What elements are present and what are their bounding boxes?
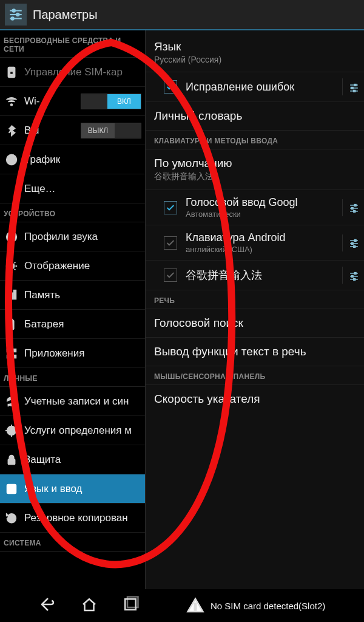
svg-point-11 (8, 263, 14, 268)
default-keyboard-title: По умолчанию (154, 157, 356, 170)
sidebar-item[interactable]: Память (0, 281, 145, 310)
tts-label: Вывод функции текст в речь (154, 345, 356, 358)
wifi-icon (4, 94, 19, 109)
display-icon (4, 258, 19, 274)
settings-content: Язык Русский (Россия) Исправление ошибок (146, 30, 364, 589)
row-default-keyboard[interactable]: По умолчанию 谷歌拼音输入法 (146, 149, 364, 190)
keyboard-row[interactable]: Голосовой ввод GooglАвтоматически (146, 190, 364, 225)
svg-rect-41 (351, 243, 353, 245)
sidebar-item[interactable]: Батарея (0, 310, 145, 339)
svg-point-1 (13, 9, 15, 12)
sidebar-item-label: Услуги определения м (24, 425, 141, 437)
header-speech: РЕЧЬ (146, 290, 364, 309)
sidebar-item-label: Язык и ввод (24, 483, 141, 495)
toggle-switch[interactable]: ВЫКЛ (81, 123, 141, 138)
svg-rect-7 (10, 71, 13, 75)
sidebar-item[interactable]: Учетные записи и син (0, 387, 145, 416)
svg-rect-33 (354, 205, 356, 207)
sidebar-item[interactable]: Профили звука (0, 222, 145, 251)
status-text: No SIM card detected(Slot2) (211, 601, 325, 611)
page-title: Параметры (33, 8, 98, 22)
sidebar-item[interactable]: Резервное копирован (0, 504, 145, 533)
sidebar-item[interactable]: Услуги определения м (0, 416, 145, 445)
sidebar-item[interactable]: BluВЫКЛ (0, 116, 145, 145)
sidebar-item[interactable]: Wi-ВКЛ (0, 87, 145, 116)
sidebar-item-label: Трафик (24, 154, 141, 166)
sidebar-item[interactable]: Трафик (0, 145, 145, 174)
back-button[interactable] (39, 595, 57, 616)
svg-rect-15 (9, 320, 13, 329)
svg-rect-35 (351, 208, 353, 210)
toggle-switch[interactable]: ВКЛ (81, 94, 141, 109)
keyboard-row[interactable]: 谷歌拼音输入法 (146, 261, 364, 290)
svg-rect-23 (8, 459, 15, 464)
svg-point-3 (16, 13, 19, 16)
sidebar-item-label: Батарея (24, 318, 141, 330)
keyboard-row[interactable]: Клавиатура Androidанглийский (США) (146, 225, 364, 261)
header-mouse: МЫШЬ/СЕНСОРНАЯ ПАНЕЛЬ (146, 366, 364, 385)
row-personal-dictionary[interactable]: Личный словарь (146, 102, 364, 131)
keyboard-checkbox (164, 268, 177, 282)
sidebar-item-label: Еще… (24, 183, 141, 195)
row-voice-search[interactable]: Голосовой поиск (146, 309, 364, 338)
keyboard-settings-icon[interactable] (342, 234, 359, 251)
sidebar-section-header: УСТРОЙСТВО (0, 203, 145, 222)
lock-icon (4, 452, 19, 468)
sound-icon (4, 229, 19, 245)
spellcheck-checkbox[interactable] (164, 80, 177, 94)
svg-point-5 (11, 17, 13, 19)
row-pointer-speed[interactable]: Скорость указателя (146, 385, 364, 413)
warning-icon (186, 596, 204, 615)
battery-icon (4, 316, 19, 332)
keyboard-label: Голосовой ввод Googl (186, 196, 337, 209)
titlebar: Параметры (0, 0, 364, 30)
sidebar-section-header: СИСТЕМА (0, 533, 145, 552)
svg-rect-29 (351, 87, 353, 89)
sidebar-item[interactable]: Защита (0, 445, 145, 474)
sidebar-item[interactable]: Управление SIM-кар (0, 58, 145, 87)
sidebar-item-label: Blu (24, 125, 81, 137)
keyboard-settings-icon[interactable] (342, 199, 359, 216)
keyboard-sublabel: Автоматически (186, 210, 337, 219)
svg-text:A: A (9, 485, 15, 493)
sidebar-item-label: Защита (24, 454, 141, 466)
sidebar-item[interactable]: Отображение (0, 251, 145, 281)
svg-rect-53 (195, 609, 197, 610)
keyboard-settings-icon[interactable] (342, 267, 359, 284)
settings-sidebar: БЕСПРОВОДНЫЕ СРЕДСТВА И СЕТИУправление S… (0, 30, 146, 589)
recent-apps-button[interactable] (121, 595, 140, 616)
apps-icon (4, 346, 19, 361)
svg-rect-12 (7, 291, 10, 299)
location-icon (4, 423, 19, 439)
sidebar-item-label: Профили звука (24, 231, 141, 243)
row-tts[interactable]: Вывод функции текст в речь (146, 338, 364, 366)
spellcheck-label: Исправление ошибок (186, 81, 337, 94)
sidebar-item-label: Память (24, 289, 141, 301)
sidebar-item-label: Приложения (24, 347, 141, 360)
sidebar-item-label: Резервное копирован (24, 512, 141, 524)
sim-icon (4, 64, 19, 80)
row-language[interactable]: Язык Русский (Россия) (146, 33, 364, 72)
keyboard-label: 谷歌拼音输入法 (186, 268, 337, 282)
svg-rect-19 (7, 355, 10, 358)
language-title: Язык (154, 40, 356, 53)
svg-rect-27 (354, 84, 356, 86)
lang-icon: A (4, 481, 19, 497)
spellcheck-settings-icon[interactable] (342, 78, 359, 95)
header-keyboards: КЛАВИАТУРА И МЕТОДЫ ВВОДА (146, 131, 364, 149)
svg-rect-47 (351, 275, 353, 277)
keyboard-checkbox (164, 236, 177, 250)
sidebar-section-header: ЛИЧНЫЕ (0, 368, 145, 387)
sidebar-item[interactable]: Приложения (0, 339, 145, 368)
svg-rect-20 (13, 355, 16, 358)
svg-rect-31 (354, 90, 356, 92)
sidebar-item[interactable]: Еще… (0, 174, 145, 203)
row-spellcheck[interactable]: Исправление ошибок (146, 72, 364, 102)
sidebar-section-header: БЕСПРОВОДНЫЕ СРЕДСТВА И СЕТИ (0, 30, 145, 58)
status-message: No SIM card detected(Slot2) (178, 589, 364, 622)
svg-rect-16 (10, 319, 13, 320)
keyboard-checkbox[interactable] (164, 201, 177, 214)
sidebar-item[interactable]: AЯзык и ввод (0, 474, 145, 504)
blank-icon (4, 181, 19, 197)
home-button[interactable] (80, 595, 98, 616)
